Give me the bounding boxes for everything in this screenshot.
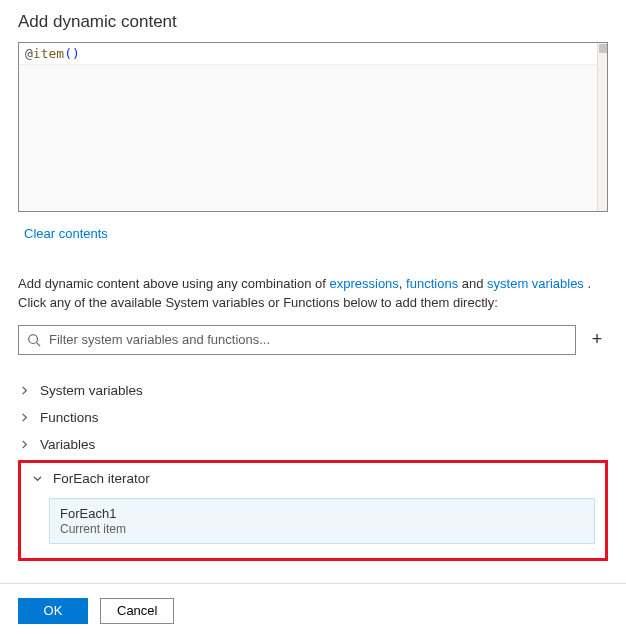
category-label: Functions <box>40 410 99 425</box>
clear-contents-link[interactable]: Clear contents <box>24 226 108 241</box>
scrollbar-thumb[interactable] <box>599 44 607 53</box>
category-label: ForEach iterator <box>53 471 150 486</box>
item-name: ForEach1 <box>60 506 584 521</box>
filter-input[interactable] <box>47 331 567 348</box>
category-variables[interactable]: Variables <box>18 431 608 458</box>
chevron-right-icon <box>18 386 30 395</box>
expression-line: @item() <box>19 43 607 65</box>
chevron-down-icon <box>31 474 43 483</box>
filter-box[interactable] <box>18 325 576 355</box>
ok-button[interactable]: OK <box>18 598 88 624</box>
foreach-item-card[interactable]: ForEach1 Current item <box>49 498 595 544</box>
category-system-variables[interactable]: System variables <box>18 377 608 404</box>
category-label: System variables <box>40 383 143 398</box>
expression-editor[interactable]: @item() <box>18 42 608 212</box>
category-functions[interactable]: Functions <box>18 404 608 431</box>
svg-point-0 <box>29 334 38 343</box>
chevron-right-icon <box>18 413 30 422</box>
chevron-right-icon <box>18 440 30 449</box>
page-title: Add dynamic content <box>18 12 608 32</box>
category-label: Variables <box>40 437 95 452</box>
cancel-button[interactable]: Cancel <box>100 598 174 624</box>
highlight-box: ForEach iterator ForEach1 Current item <box>18 460 608 561</box>
help-text: Add dynamic content above using any comb… <box>18 275 608 313</box>
add-button[interactable]: + <box>586 329 608 351</box>
category-foreach-iterator[interactable]: ForEach iterator <box>31 469 595 492</box>
search-icon <box>27 333 41 347</box>
expressions-link[interactable]: expressions <box>329 276 398 291</box>
functions-link[interactable]: functions <box>406 276 458 291</box>
system-variables-link[interactable]: system variables <box>487 276 584 291</box>
svg-line-1 <box>37 342 41 346</box>
editor-scrollbar[interactable] <box>597 43 607 211</box>
item-subtitle: Current item <box>60 522 584 536</box>
